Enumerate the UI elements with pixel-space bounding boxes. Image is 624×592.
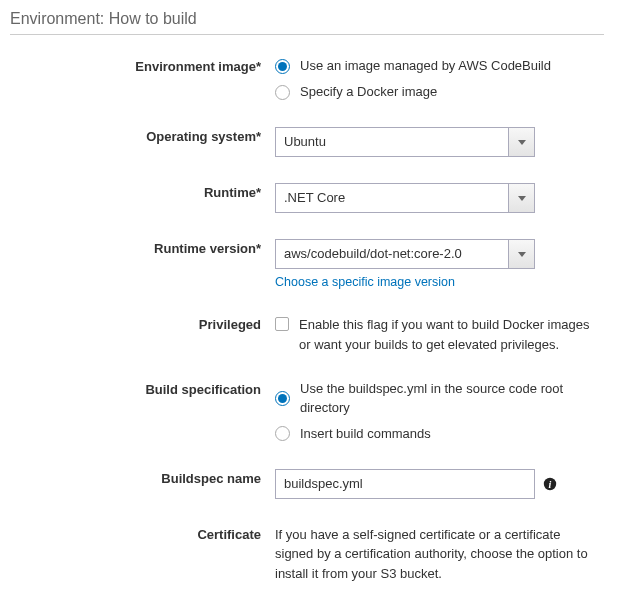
label-environment-image: Environment image* [10,57,275,74]
radio-label[interactable]: Use the buildspec.yml in the source code… [300,380,595,416]
row-operating-system: Operating system* Ubuntu [10,127,604,157]
label-operating-system: Operating system* [10,127,275,144]
label-runtime: Runtime* [10,183,275,200]
checkbox-icon[interactable] [275,317,289,331]
select-runtime-version[interactable]: aws/codebuild/dot-net:core-2.0 [275,239,535,269]
label-buildspec-name: Buildspec name [10,469,275,486]
radio-label[interactable]: Insert build commands [300,425,431,443]
radio-label[interactable]: Specify a Docker image [300,83,437,101]
radio-icon[interactable] [275,426,290,441]
select-value: Ubuntu [276,128,508,156]
input-buildspec-name[interactable] [275,469,535,499]
label-privileged: Privileged [10,315,275,332]
radio-label[interactable]: Use an image managed by AWS CodeBuild [300,57,551,75]
checkbox-privileged[interactable]: Enable this flag if you want to build Do… [275,315,595,354]
chevron-down-icon[interactable] [508,128,534,156]
row-environment-image: Environment image* Use an image managed … [10,57,604,101]
radio-icon[interactable] [275,85,290,100]
row-certificate: Certificate If you have a self-signed ce… [10,525,604,592]
label-certificate: Certificate [10,525,275,542]
row-buildspec-name: Buildspec name i [10,469,604,499]
radio-icon[interactable] [275,391,290,406]
label-build-specification: Build specification [10,380,275,397]
svg-text:i: i [549,478,552,489]
certificate-help-text: If you have a self-signed certificate or… [275,525,595,584]
label-runtime-version: Runtime version* [10,239,275,256]
row-runtime-version: Runtime version* aws/codebuild/dot-net:c… [10,239,604,289]
row-runtime: Runtime* .NET Core [10,183,604,213]
select-runtime[interactable]: .NET Core [275,183,535,213]
link-choose-image-version[interactable]: Choose a specific image version [275,275,455,289]
radio-env-aws-managed[interactable]: Use an image managed by AWS CodeBuild [275,57,595,75]
chevron-down-icon[interactable] [508,240,534,268]
row-build-specification: Build specification Use the buildspec.ym… [10,380,604,443]
row-privileged: Privileged Enable this flag if you want … [10,315,604,354]
section-header: Environment: How to build [10,10,604,35]
radio-env-docker[interactable]: Specify a Docker image [275,83,595,101]
select-value: aws/codebuild/dot-net:core-2.0 [276,240,508,268]
info-icon[interactable]: i [543,477,557,491]
checkbox-label[interactable]: Enable this flag if you want to build Do… [299,315,595,354]
chevron-down-icon[interactable] [508,184,534,212]
radio-icon[interactable] [275,59,290,74]
radio-buildspec-file[interactable]: Use the buildspec.yml in the source code… [275,380,595,416]
select-operating-system[interactable]: Ubuntu [275,127,535,157]
select-value: .NET Core [276,184,508,212]
radio-buildspec-insert[interactable]: Insert build commands [275,425,595,443]
